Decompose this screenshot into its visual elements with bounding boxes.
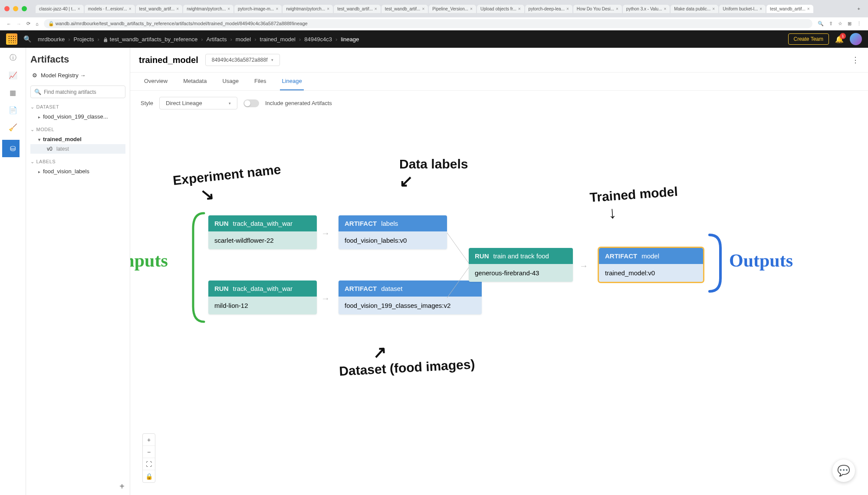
crumb-test_wandb_artifacts_by_reference[interactable]: test_wandb_artifacts_by_reference [103,36,197,43]
model-registry-link[interactable]: ⚙ Model Registry → [30,69,125,81]
new-tab-button[interactable]: + [854,6,864,11]
browser-tab[interactable]: How Do You Desi...× [573,5,622,13]
sweep-icon[interactable]: 🧹 [8,122,18,132]
browser-tab[interactable]: test_wandb_artif...× [381,5,428,13]
maximize-window-icon[interactable] [22,6,27,11]
close-tab-icon[interactable]: × [227,7,230,11]
browser-tab[interactable]: python 3.x - Valu...× [623,5,670,13]
close-tab-icon[interactable]: × [518,7,521,11]
add-artifact-button[interactable]: + [119,482,125,492]
wandb-logo-icon[interactable] [6,33,17,45]
zoom-out-button[interactable]: − [143,446,155,458]
browser-tab[interactable]: models · f...ersion/...× [85,5,135,13]
crumb-projects[interactable]: Projects [73,36,94,43]
artifact-hash-selector[interactable]: 84949c4c36a5872a888f [205,54,280,66]
edge-arrow-icon: → [321,228,332,235]
tab-overview[interactable]: Overview [142,73,169,90]
include-generated-toggle[interactable] [243,99,259,107]
browser-tab[interactable]: pytorch-image-m...× [234,5,282,13]
section-dataset[interactable]: DATASET [30,102,125,112]
browser-tab[interactable]: rwightman/pytorch...× [183,5,233,13]
artifact-search[interactable]: 🔍 [30,86,125,98]
info-icon[interactable]: ⓘ [8,53,18,63]
url-field[interactable]: 🔒 wandb.ai/mrdbourke/test_wandb_artifact… [44,19,812,28]
logs-icon[interactable]: 📄 [8,105,18,115]
search-input[interactable] [44,89,122,95]
browser-tab[interactable]: Pipeline_Version...× [429,5,476,13]
tree-version-v0[interactable]: v0 latest [30,144,125,154]
bookmark-icon[interactable]: ☆ [838,21,842,26]
close-tab-icon[interactable]: × [422,7,424,11]
zoom-fit-button[interactable]: ⛶ [143,458,155,470]
crumb-lineage[interactable]: lineage [341,36,359,43]
section-model[interactable]: MODEL [30,125,125,134]
search-icon[interactable]: 🔍 [23,35,32,43]
artifacts-icon[interactable]: ⛁ [2,140,20,157]
close-tab-icon[interactable]: × [807,7,810,11]
menu-icon[interactable]: ⋮ [857,21,861,26]
lineage-artifact-dataset[interactable]: ARTIFACTdataset food_vision_199_classes_… [339,280,482,314]
lineage-style-select[interactable]: Direct Lineage [159,97,237,109]
lineage-run-1[interactable]: RUNtrack_data_with_war scarlet-wildflowe… [208,215,317,249]
close-tab-icon[interactable]: × [327,7,329,11]
browser-tab[interactable]: test_wandb_artif...× [136,5,183,13]
tree-item-labels[interactable]: food_vision_labels [30,166,125,176]
lineage-run-train[interactable]: RUNtrain and track food generous-firebra… [469,248,573,282]
close-tab-icon[interactable]: × [760,7,762,11]
browser-tab[interactable]: test_wandb_artif...× [334,5,381,13]
window-controls[interactable] [4,6,27,11]
avatar[interactable] [850,33,862,45]
create-team-button[interactable]: Create Team [788,33,829,45]
zoom-in-button[interactable]: + [143,434,155,446]
reload-icon[interactable]: ⟳ [26,21,30,26]
browser-tab[interactable]: Upload objects fr...× [477,5,524,13]
share-icon[interactable]: ⇧ [829,21,833,26]
nav-forward-icon[interactable]: → [16,21,21,26]
close-tab-icon[interactable]: × [375,7,377,11]
home-icon[interactable]: ⌂ [36,21,39,26]
tables-icon[interactable]: ▦ [8,88,18,97]
lineage-run-2[interactable]: RUNtrack_data_with_war mild-lion-12 [208,280,317,314]
browser-tab[interactable]: Make data public...× [671,5,718,13]
crumb-84949c4c3[interactable]: 84949c4c3 [304,36,332,43]
tree-item-dataset[interactable]: food_vision_199_classe... [30,112,125,122]
close-tab-icon[interactable]: × [78,7,80,11]
crumb-trained_model[interactable]: trained_model [260,36,296,43]
close-tab-icon[interactable]: × [176,7,179,11]
tab-usage[interactable]: Usage [220,73,240,90]
browser-tab[interactable]: Uniform bucket-l...× [719,5,766,13]
crumb-artifacts[interactable]: Artifacts [207,36,227,43]
lineage-artifact-labels[interactable]: ARTIFACTlabels food_vision_labels:v0 [339,215,447,249]
support-chat-button[interactable]: 💬 [832,459,855,482]
lineage-canvas[interactable]: RUNtrack_data_with_war scarlet-wildflowe… [130,116,868,495]
section-labels[interactable]: LABELS [30,157,125,166]
close-tab-icon[interactable]: × [470,7,473,11]
close-window-icon[interactable] [4,6,10,11]
close-tab-icon[interactable]: × [712,7,715,11]
browser-tab[interactable]: classic-jazz-40 | t...× [36,5,84,13]
close-tab-icon[interactable]: × [664,7,667,11]
close-tab-icon[interactable]: × [129,7,132,11]
crumb-model[interactable]: model [236,36,251,43]
tree-item-trained-model[interactable]: trained_model [30,134,125,144]
tab-lineage[interactable]: Lineage [280,73,303,90]
browser-tab[interactable]: rwightman/pytorch...× [283,5,333,13]
browser-tab[interactable]: pytorch-deep-lea...× [525,5,572,13]
extensions-icon[interactable]: ⊞ [848,21,852,26]
charts-icon[interactable]: 📈 [8,70,18,80]
zoom-icon[interactable]: 🔍 [818,21,824,26]
lineage-artifact-model[interactable]: ARTIFACTmodel trained_model:v0 [599,248,703,282]
crumb-mrdbourke[interactable]: mrdbourke [38,36,65,43]
zoom-lock-icon[interactable]: 🔒 [143,470,155,482]
minimize-window-icon[interactable] [13,6,18,11]
close-tab-icon[interactable]: × [566,7,569,11]
close-tab-icon[interactable]: × [276,7,278,11]
browser-tab[interactable]: test_wandb_artif...× [766,5,813,13]
more-menu-icon[interactable]: ⋮ [852,55,859,65]
notifications-icon[interactable]: 🔔1 [835,35,844,43]
annotation-outputs: Outputs [729,250,793,271]
tab-files[interactable]: Files [253,73,268,90]
nav-back-icon[interactable]: ← [7,21,11,26]
tab-metadata[interactable]: Metadata [181,73,208,90]
close-tab-icon[interactable]: × [616,7,618,11]
